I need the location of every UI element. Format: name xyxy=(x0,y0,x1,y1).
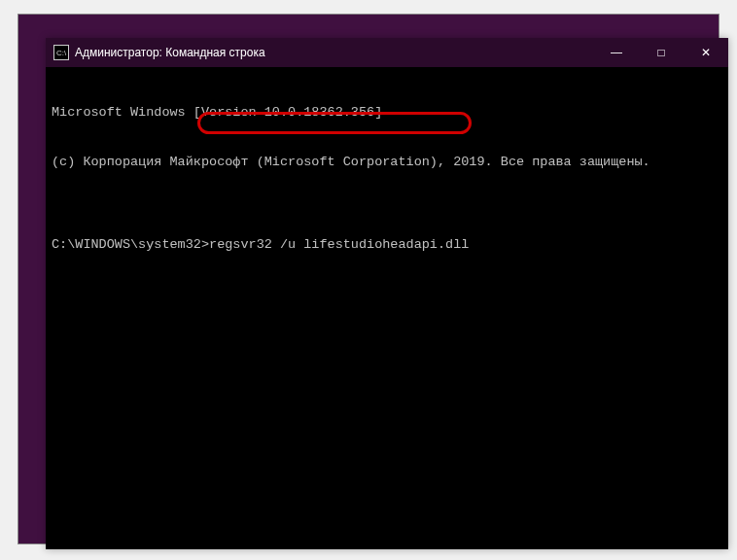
prompt-text: C:\WINDOWS\system32> xyxy=(52,237,209,252)
cmd-icon-label: C:\ xyxy=(56,49,66,57)
command-text: regsvr32 /u lifestudioheadapi.dll xyxy=(209,237,469,252)
maximize-icon: □ xyxy=(657,46,664,59)
copyright-line: (c) Корпорация Майкрософт (Microsoft Cor… xyxy=(52,154,722,170)
version-line: Microsoft Windows [Version 10.0.18362.35… xyxy=(52,104,722,121)
window-controls: — □ ✕ xyxy=(594,38,728,67)
cmd-window: C:\ Администратор: Командная строка — □ … xyxy=(46,38,728,549)
minimize-icon: — xyxy=(611,46,622,59)
cmd-icon: C:\ xyxy=(53,45,69,60)
titlebar[interactable]: C:\ Администратор: Командная строка — □ … xyxy=(46,38,728,67)
terminal-area[interactable]: Microsoft Windows [Version 10.0.18362.35… xyxy=(46,67,728,549)
close-icon: ✕ xyxy=(701,46,711,59)
close-button[interactable]: ✕ xyxy=(684,38,728,67)
maximize-button[interactable]: □ xyxy=(639,38,684,67)
window-title: Администратор: Командная строка xyxy=(75,46,594,59)
screenshot-frame: C:\ Администратор: Командная строка — □ … xyxy=(18,14,719,544)
prompt-line: C:\WINDOWS\system32>regsvr32 /u lifestud… xyxy=(52,236,722,253)
minimize-button[interactable]: — xyxy=(594,38,639,67)
